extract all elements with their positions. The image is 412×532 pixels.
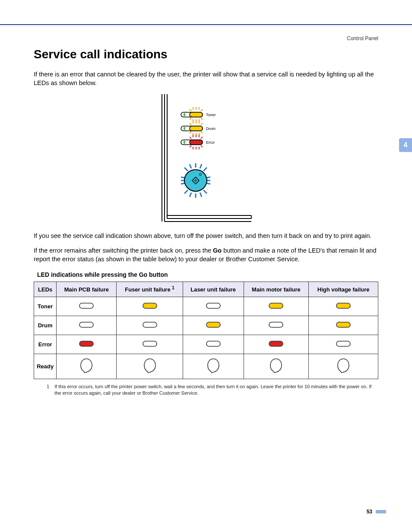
svg-rect-45 [190, 140, 203, 145]
svg-line-24 [201, 123, 203, 125]
led-status-ready-off-icon [117, 354, 183, 379]
page-number: 53 [367, 509, 372, 515]
table-row: Error [34, 335, 378, 354]
led-status-off-icon [309, 335, 378, 354]
led-status-red-icon [57, 335, 117, 354]
page-content: Service call indications If there is an … [0, 25, 412, 396]
col-header: Main PCB failure [57, 282, 117, 297]
svg-rect-66 [143, 303, 157, 308]
svg-line-42 [201, 146, 203, 147]
svg-rect-70 [79, 322, 93, 327]
led-indication-table: LEDs Main PCB failure Fuser unit failure… [34, 282, 378, 379]
svg-rect-76 [143, 341, 157, 346]
svg-rect-79 [336, 341, 350, 346]
svg-rect-74 [336, 322, 350, 327]
toner-led-label: Toner [206, 113, 216, 117]
svg-rect-44 [184, 141, 185, 144]
svg-rect-31 [184, 127, 185, 130]
led-status-yellow-icon [117, 297, 183, 316]
svg-line-16 [201, 118, 203, 120]
svg-line-47 [190, 164, 191, 168]
led-status-off-icon [183, 297, 244, 316]
svg-rect-32 [190, 126, 203, 131]
chapter-side-tab: 4 [399, 138, 412, 152]
svg-rect-75 [79, 341, 93, 346]
led-panel-diagram: Toner Drum Error [154, 94, 258, 224]
svg-rect-71 [143, 322, 157, 327]
svg-rect-19 [190, 112, 203, 117]
led-status-yellow-icon [309, 316, 378, 335]
led-status-off-icon [117, 316, 183, 335]
led-status-yellow-icon [244, 297, 309, 316]
svg-rect-78 [269, 341, 283, 346]
svg-line-11 [201, 109, 203, 111]
footnote: 1 If this error occurs, turn off the pri… [34, 383, 378, 396]
svg-rect-72 [206, 322, 220, 327]
go-button-icon [181, 163, 210, 198]
row-label: Drum [34, 316, 57, 335]
svg-line-59 [190, 193, 191, 197]
table-row: Drum [34, 316, 378, 335]
table-row: Ready [34, 354, 378, 379]
svg-line-15 [190, 118, 191, 120]
led-status-off-icon [117, 335, 183, 354]
svg-rect-65 [79, 303, 93, 308]
row-label: Error [34, 335, 57, 354]
led-status-ready-off-icon [183, 354, 244, 379]
led-status-ready-off-icon [57, 354, 117, 379]
led-status-ready-off-icon [309, 354, 378, 379]
svg-line-58 [203, 190, 207, 193]
svg-line-23 [190, 123, 191, 125]
svg-line-37 [201, 137, 203, 139]
footer-bar-icon [376, 510, 386, 513]
intro-paragraph-1: If there is an error that cannot be clea… [34, 70, 378, 88]
table-caption: LED indications while pressing the Go bu… [37, 271, 378, 278]
svg-rect-67 [206, 303, 220, 308]
paragraph-after-diagram-1: If you see the service call indication s… [34, 231, 378, 240]
led-status-off-icon [183, 335, 244, 354]
header-section-label: Control Panel [347, 35, 378, 41]
page-title: Service call indications [34, 48, 378, 61]
svg-rect-73 [269, 322, 283, 327]
led-status-ready-off-icon [244, 354, 309, 379]
col-header: Fuser unit failure 1 [117, 282, 183, 297]
svg-rect-69 [336, 303, 350, 308]
led-status-off-icon [57, 316, 117, 335]
svg-rect-77 [206, 341, 220, 346]
svg-line-29 [201, 132, 203, 133]
led-status-yellow-icon [183, 316, 244, 335]
error-led-label: Error [206, 140, 215, 145]
svg-line-36 [190, 137, 191, 139]
drum-led-label: Drum [206, 127, 216, 131]
paragraph-after-diagram-2: If the error remains after switching the… [34, 246, 378, 264]
col-header: High voltage failure [309, 282, 378, 297]
col-header: Main motor failure [244, 282, 309, 297]
svg-line-60 [200, 193, 202, 197]
svg-line-57 [184, 190, 188, 193]
page-footer: 53 [367, 509, 386, 515]
svg-line-50 [203, 168, 207, 171]
svg-line-10 [190, 109, 191, 111]
top-band [0, 0, 412, 25]
svg-line-49 [184, 168, 188, 171]
row-label: Ready [34, 354, 57, 379]
led-status-yellow-icon [309, 297, 378, 316]
svg-rect-68 [269, 303, 283, 308]
led-status-off-icon [244, 316, 309, 335]
led-status-red-icon [244, 335, 309, 354]
svg-line-28 [190, 132, 191, 133]
table-row: Toner [34, 297, 378, 316]
svg-rect-18 [184, 113, 185, 116]
col-header: LEDs [34, 282, 57, 297]
row-label: Toner [34, 297, 57, 316]
svg-line-48 [200, 164, 202, 168]
led-status-off-icon [57, 297, 117, 316]
col-header: Laser unit failure [183, 282, 244, 297]
svg-line-41 [190, 146, 191, 147]
